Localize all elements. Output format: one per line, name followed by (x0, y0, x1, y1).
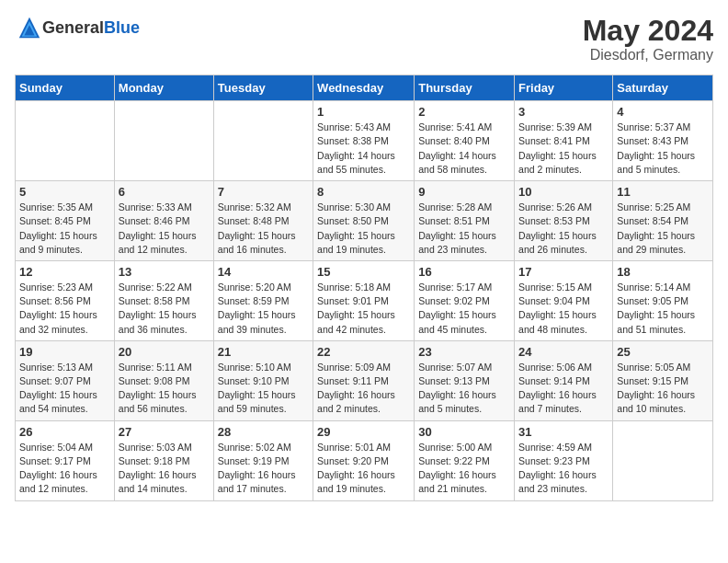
day-number: 30 (418, 425, 510, 439)
calendar-cell: 1Sunrise: 5:43 AM Sunset: 8:38 PM Daylig… (313, 101, 415, 181)
calendar-cell: 18Sunrise: 5:14 AM Sunset: 9:05 PM Dayli… (613, 260, 713, 340)
day-number: 6 (119, 185, 210, 199)
day-info: Sunrise: 5:01 AM Sunset: 9:20 PM Dayligh… (317, 441, 410, 497)
day-number: 22 (317, 345, 410, 359)
calendar-cell: 28Sunrise: 5:02 AM Sunset: 9:19 PM Dayli… (213, 420, 313, 500)
logo-general-text: General (42, 18, 104, 37)
day-info: Sunrise: 5:43 AM Sunset: 8:38 PM Dayligh… (317, 121, 410, 177)
day-info: Sunrise: 5:10 AM Sunset: 9:10 PM Dayligh… (218, 361, 309, 417)
calendar-cell: 24Sunrise: 5:06 AM Sunset: 9:14 PM Dayli… (515, 340, 613, 420)
day-info: Sunrise: 5:32 AM Sunset: 8:48 PM Dayligh… (218, 201, 309, 257)
weekday-header: Monday (114, 75, 213, 101)
day-info: Sunrise: 5:15 AM Sunset: 9:04 PM Dayligh… (518, 281, 609, 337)
weekday-row: SundayMondayTuesdayWednesdayThursdayFrid… (16, 75, 713, 101)
calendar-week-row: 5Sunrise: 5:35 AM Sunset: 8:45 PM Daylig… (16, 181, 713, 261)
calendar-cell: 25Sunrise: 5:05 AM Sunset: 9:15 PM Dayli… (613, 340, 713, 420)
day-info: Sunrise: 5:04 AM Sunset: 9:17 PM Dayligh… (19, 441, 110, 497)
calendar-cell: 17Sunrise: 5:15 AM Sunset: 9:04 PM Dayli… (515, 260, 613, 340)
day-number: 3 (518, 105, 609, 119)
calendar-cell: 3Sunrise: 5:39 AM Sunset: 8:41 PM Daylig… (515, 101, 613, 181)
weekday-header: Wednesday (313, 75, 415, 101)
logo: GeneralBlue (15, 15, 140, 40)
day-info: Sunrise: 5:20 AM Sunset: 8:59 PM Dayligh… (218, 281, 309, 337)
day-info: Sunrise: 5:11 AM Sunset: 9:08 PM Dayligh… (119, 361, 210, 417)
weekday-header: Saturday (613, 75, 713, 101)
calendar-week-row: 26Sunrise: 5:04 AM Sunset: 9:17 PM Dayli… (16, 420, 713, 500)
calendar-title: May 2024 (583, 15, 713, 47)
day-number: 15 (317, 265, 410, 279)
logo-icon (17, 15, 42, 40)
calendar-cell (114, 101, 213, 181)
day-number: 12 (19, 265, 110, 279)
weekday-header: Sunday (16, 75, 115, 101)
calendar-cell: 30Sunrise: 5:00 AM Sunset: 9:22 PM Dayli… (415, 420, 515, 500)
day-number: 20 (119, 345, 210, 359)
day-info: Sunrise: 5:25 AM Sunset: 8:54 PM Dayligh… (617, 201, 709, 257)
day-number: 16 (418, 265, 510, 279)
day-info: Sunrise: 5:33 AM Sunset: 8:46 PM Dayligh… (119, 201, 210, 257)
day-info: Sunrise: 4:59 AM Sunset: 9:23 PM Dayligh… (518, 441, 609, 497)
calendar-cell: 10Sunrise: 5:26 AM Sunset: 8:53 PM Dayli… (515, 181, 613, 261)
calendar-cell: 27Sunrise: 5:03 AM Sunset: 9:18 PM Dayli… (114, 420, 213, 500)
calendar-cell (213, 101, 313, 181)
logo-blue-text: Blue (104, 18, 140, 37)
day-number: 4 (617, 105, 709, 119)
calendar-week-row: 1Sunrise: 5:43 AM Sunset: 8:38 PM Daylig… (16, 101, 713, 181)
day-info: Sunrise: 5:17 AM Sunset: 9:02 PM Dayligh… (418, 281, 510, 337)
weekday-header: Friday (515, 75, 613, 101)
day-number: 2 (418, 105, 510, 119)
day-number: 27 (119, 425, 210, 439)
day-info: Sunrise: 5:28 AM Sunset: 8:51 PM Dayligh… (418, 201, 510, 257)
day-number: 7 (218, 185, 309, 199)
day-info: Sunrise: 5:26 AM Sunset: 8:53 PM Dayligh… (518, 201, 609, 257)
day-number: 5 (19, 185, 110, 199)
day-number: 24 (518, 345, 609, 359)
day-info: Sunrise: 5:22 AM Sunset: 8:58 PM Dayligh… (119, 281, 210, 337)
day-number: 26 (19, 425, 110, 439)
day-number: 14 (218, 265, 309, 279)
day-info: Sunrise: 5:07 AM Sunset: 9:13 PM Dayligh… (418, 361, 510, 417)
calendar-cell: 23Sunrise: 5:07 AM Sunset: 9:13 PM Dayli… (415, 340, 515, 420)
calendar-cell: 8Sunrise: 5:30 AM Sunset: 8:50 PM Daylig… (313, 181, 415, 261)
day-info: Sunrise: 5:03 AM Sunset: 9:18 PM Dayligh… (119, 441, 210, 497)
day-info: Sunrise: 5:35 AM Sunset: 8:45 PM Dayligh… (19, 201, 110, 257)
day-number: 28 (218, 425, 309, 439)
day-number: 10 (518, 185, 609, 199)
calendar-cell: 22Sunrise: 5:09 AM Sunset: 9:11 PM Dayli… (313, 340, 415, 420)
day-info: Sunrise: 5:02 AM Sunset: 9:19 PM Dayligh… (218, 441, 309, 497)
calendar-cell: 7Sunrise: 5:32 AM Sunset: 8:48 PM Daylig… (213, 181, 313, 261)
day-info: Sunrise: 5:14 AM Sunset: 9:05 PM Dayligh… (617, 281, 709, 337)
page-header: GeneralBlue May 2024 Diesdorf, Germany (15, 15, 713, 63)
calendar-body: 1Sunrise: 5:43 AM Sunset: 8:38 PM Daylig… (16, 101, 713, 500)
calendar-cell: 31Sunrise: 4:59 AM Sunset: 9:23 PM Dayli… (515, 420, 613, 500)
calendar-cell: 26Sunrise: 5:04 AM Sunset: 9:17 PM Dayli… (16, 420, 115, 500)
weekday-header: Thursday (415, 75, 515, 101)
day-info: Sunrise: 5:37 AM Sunset: 8:43 PM Dayligh… (617, 121, 709, 177)
day-number: 17 (518, 265, 609, 279)
calendar-cell: 15Sunrise: 5:18 AM Sunset: 9:01 PM Dayli… (313, 260, 415, 340)
calendar-cell: 9Sunrise: 5:28 AM Sunset: 8:51 PM Daylig… (415, 181, 515, 261)
calendar-subtitle: Diesdorf, Germany (583, 47, 713, 63)
day-info: Sunrise: 5:05 AM Sunset: 9:15 PM Dayligh… (617, 361, 709, 417)
calendar-cell: 2Sunrise: 5:41 AM Sunset: 8:40 PM Daylig… (415, 101, 515, 181)
calendar-week-row: 12Sunrise: 5:23 AM Sunset: 8:56 PM Dayli… (16, 260, 713, 340)
calendar-header: SundayMondayTuesdayWednesdayThursdayFrid… (16, 75, 713, 101)
calendar-cell: 13Sunrise: 5:22 AM Sunset: 8:58 PM Dayli… (114, 260, 213, 340)
calendar-cell: 16Sunrise: 5:17 AM Sunset: 9:02 PM Dayli… (415, 260, 515, 340)
calendar-title-block: May 2024 Diesdorf, Germany (583, 15, 713, 63)
calendar-cell: 19Sunrise: 5:13 AM Sunset: 9:07 PM Dayli… (16, 340, 115, 420)
day-info: Sunrise: 5:30 AM Sunset: 8:50 PM Dayligh… (317, 201, 410, 257)
calendar-cell: 6Sunrise: 5:33 AM Sunset: 8:46 PM Daylig… (114, 181, 213, 261)
day-info: Sunrise: 5:06 AM Sunset: 9:14 PM Dayligh… (518, 361, 609, 417)
calendar-week-row: 19Sunrise: 5:13 AM Sunset: 9:07 PM Dayli… (16, 340, 713, 420)
day-info: Sunrise: 5:23 AM Sunset: 8:56 PM Dayligh… (19, 281, 110, 337)
day-number: 29 (317, 425, 410, 439)
day-info: Sunrise: 5:41 AM Sunset: 8:40 PM Dayligh… (418, 121, 510, 177)
calendar-cell: 5Sunrise: 5:35 AM Sunset: 8:45 PM Daylig… (16, 181, 115, 261)
weekday-header: Tuesday (213, 75, 313, 101)
day-number: 18 (617, 265, 709, 279)
calendar-table: SundayMondayTuesdayWednesdayThursdayFrid… (15, 75, 713, 500)
day-number: 1 (317, 105, 410, 119)
calendar-cell: 29Sunrise: 5:01 AM Sunset: 9:20 PM Dayli… (313, 420, 415, 500)
day-number: 25 (617, 345, 709, 359)
